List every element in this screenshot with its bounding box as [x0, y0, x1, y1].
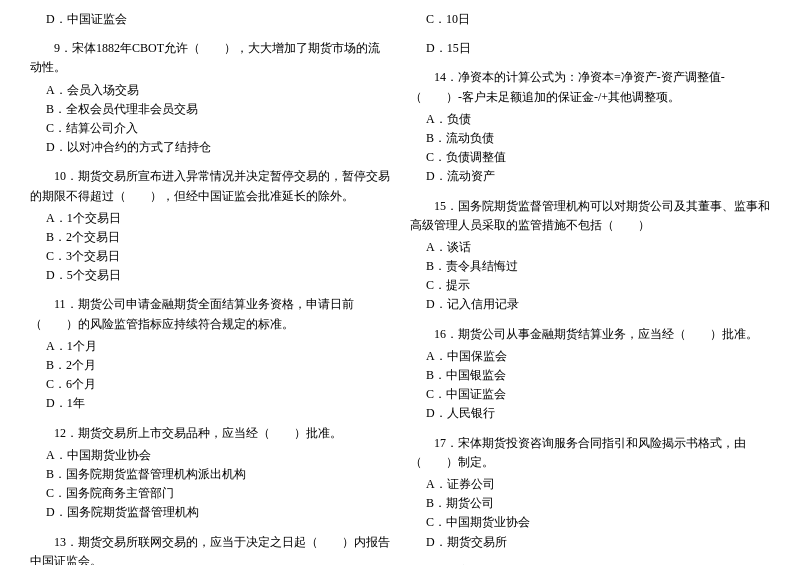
main-content: D．中国证监会 9．宋体1882年CBOT允许（ ），大大增加了期货市场的流动性… [30, 10, 770, 565]
question-14: 14．净资本的计算公式为：净资本=净资产-资产调整值-（ ）-客户未足额追加的保… [410, 68, 770, 186]
question-12: 12．期货交易所上市交易品种，应当经（ ）批准。 A．中国期货业协会 B．国务院… [30, 424, 390, 523]
option-9c: C．结算公司介入 [30, 119, 390, 138]
option-11a: A．1个月 [30, 337, 390, 356]
option-14a: A．负债 [410, 110, 770, 129]
option-15c: C．提示 [410, 276, 770, 295]
option-10a: A．1个交易日 [30, 209, 390, 228]
option-10b: B．2个交易日 [30, 228, 390, 247]
option-15b: B．责令具结悔过 [410, 257, 770, 276]
question-10-text: 10．期货交易所宣布进入异常情况并决定暂停交易的，暂停交易的期限不得超过（ ），… [30, 167, 390, 205]
question-9-text: 9．宋体1882年CBOT允许（ ），大大增加了期货市场的流动性。 [30, 39, 390, 77]
question-9: 9．宋体1882年CBOT允许（ ），大大增加了期货市场的流动性。 A．会员入场… [30, 39, 390, 157]
question-10: 10．期货交易所宣布进入异常情况并决定暂停交易的，暂停交易的期限不得超过（ ），… [30, 167, 390, 285]
option-12a: A．中国期货业协会 [30, 446, 390, 465]
option-11c: C．6个月 [30, 375, 390, 394]
option-14d: D．流动资产 [410, 167, 770, 186]
question-14-text: 14．净资本的计算公式为：净资本=净资产-资产调整值-（ ）-客户未足额追加的保… [410, 68, 770, 106]
option-d-15ri: D．15日 [410, 39, 770, 58]
option-9d: D．以对冲合约的方式了结持仓 [30, 138, 390, 157]
option-12b: B．国务院期货监督管理机构派出机构 [30, 465, 390, 484]
option-12d: D．国务院期货监督管理机构 [30, 503, 390, 522]
question-15-text: 15．国务院期货监督管理机构可以对期货公司及其董事、监事和高级管理人员采取的监管… [410, 197, 770, 235]
option-c-10ri-text: C．10日 [410, 10, 770, 29]
option-17a: A．证券公司 [410, 475, 770, 494]
option-17d: D．期货交易所 [410, 533, 770, 552]
option-16b: B．中国银监会 [410, 366, 770, 385]
question-12-text: 12．期货交易所上市交易品种，应当经（ ）批准。 [30, 424, 390, 443]
option-16a: A．中国保监会 [410, 347, 770, 366]
option-17c: C．中国期货业协会 [410, 513, 770, 532]
question-17: 17．宋体期货投资咨询服务合同指引和风险揭示书格式，由（ ）制定。 A．证券公司… [410, 434, 770, 552]
question-17-text: 17．宋体期货投资咨询服务合同指引和风险揭示书格式，由（ ）制定。 [410, 434, 770, 472]
option-d-zhongguozhengjianhui: D．中国证监会 [30, 10, 390, 29]
page-wrapper: D．中国证监会 9．宋体1882年CBOT允许（ ），大大增加了期货市场的流动性… [30, 10, 770, 565]
question-13: 13．期货交易所联网交易的，应当于决定之日起（ ）内报告中国证监会。 A．3日 … [30, 533, 390, 566]
right-column: C．10日 D．15日 14．净资本的计算公式为：净资本=净资产-资产调整值-（… [410, 10, 770, 565]
option-15a: A．谈话 [410, 238, 770, 257]
option-10c: C．3个交易日 [30, 247, 390, 266]
option-17b: B．期货公司 [410, 494, 770, 513]
option-11d: D．1年 [30, 394, 390, 413]
question-16-text: 16．期货公司从事金融期货结算业务，应当经（ ）批准。 [410, 325, 770, 344]
option-16d: D．人民银行 [410, 404, 770, 423]
question-16: 16．期货公司从事金融期货结算业务，应当经（ ）批准。 A．中国保监会 B．中国… [410, 325, 770, 424]
option-10d: D．5个交易日 [30, 266, 390, 285]
option-9a: A．会员入场交易 [30, 81, 390, 100]
option-text: D．中国证监会 [30, 10, 390, 29]
option-14c: C．负债调整值 [410, 148, 770, 167]
option-12c: C．国务院商务主管部门 [30, 484, 390, 503]
option-c-10ri: C．10日 [410, 10, 770, 29]
left-column: D．中国证监会 9．宋体1882年CBOT允许（ ），大大增加了期货市场的流动性… [30, 10, 390, 565]
question-15: 15．国务院期货监督管理机构可以对期货公司及其董事、监事和高级管理人员采取的监管… [410, 197, 770, 315]
option-d-15ri-text: D．15日 [410, 39, 770, 58]
option-14b: B．流动负债 [410, 129, 770, 148]
question-11: 11．期货公司申请金融期货全面结算业务资格，申请日前（ ）的风险监管指标应持续符… [30, 295, 390, 413]
option-16c: C．中国证监会 [410, 385, 770, 404]
option-9b: B．全权会员代理非会员交易 [30, 100, 390, 119]
option-11b: B．2个月 [30, 356, 390, 375]
question-13-text: 13．期货交易所联网交易的，应当于决定之日起（ ）内报告中国证监会。 [30, 533, 390, 566]
option-15d: D．记入信用记录 [410, 295, 770, 314]
question-11-text: 11．期货公司申请金融期货全面结算业务资格，申请日前（ ）的风险监管指标应持续符… [30, 295, 390, 333]
